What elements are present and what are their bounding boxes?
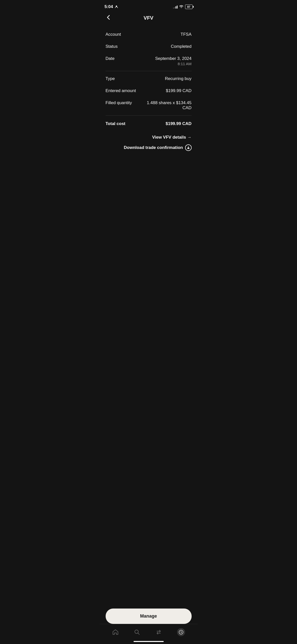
battery-icon: 87 xyxy=(185,5,193,9)
download-confirmation-row: Download trade confirmation xyxy=(106,142,192,155)
total-cost-value: $199.99 CAD xyxy=(165,121,191,126)
date-value: September 3, 2024 8:11 AM xyxy=(155,56,192,66)
status-label: Status xyxy=(106,44,118,49)
signal-icon xyxy=(173,5,178,9)
filled-quantity-label: Filled quantity xyxy=(106,100,132,105)
total-cost-row: Total cost $199.99 CAD xyxy=(106,117,192,130)
entered-amount-row: Entered amount $199.99 CAD xyxy=(106,85,192,97)
wifi-icon xyxy=(179,5,184,9)
status-row: Status Completed xyxy=(106,41,192,53)
view-details-button[interactable]: View VFV details → xyxy=(152,135,192,140)
page-header: VFV xyxy=(100,13,198,26)
divider-2 xyxy=(106,115,192,116)
filled-quantity-row: Filled quantity 1.488 shares x $134.45 C… xyxy=(106,97,192,114)
page-title: VFV xyxy=(144,15,153,21)
download-confirmation-button[interactable]: Download trade confirmation xyxy=(124,144,191,151)
account-row: Account TFSA xyxy=(106,28,192,41)
person-icon xyxy=(115,5,118,9)
account-label: Account xyxy=(106,32,121,37)
back-button[interactable] xyxy=(105,13,113,23)
status-icons: 87 xyxy=(173,5,193,9)
status-bar: 5:04 87 xyxy=(100,0,198,13)
filled-quantity-value: 1.488 shares x $134.45 CAD xyxy=(140,100,191,110)
view-details-row: View VFV details → xyxy=(106,130,192,142)
entered-amount-value: $199.99 CAD xyxy=(166,88,191,93)
download-icon xyxy=(185,144,192,151)
date-label: Date xyxy=(106,56,115,61)
divider-1 xyxy=(106,71,192,71)
status-time: 5:04 xyxy=(105,4,118,9)
type-label: Type xyxy=(106,76,115,81)
type-row: Type Recurring buy xyxy=(106,73,192,85)
date-row: Date September 3, 2024 8:11 AM xyxy=(106,53,192,69)
account-value: TFSA xyxy=(181,32,191,37)
entered-amount-label: Entered amount xyxy=(106,88,136,93)
type-value: Recurring buy xyxy=(165,76,192,81)
status-value: Completed xyxy=(171,44,191,49)
total-cost-label: Total cost xyxy=(106,121,125,126)
trade-details: Account TFSA Status Completed Date Septe… xyxy=(100,26,198,160)
